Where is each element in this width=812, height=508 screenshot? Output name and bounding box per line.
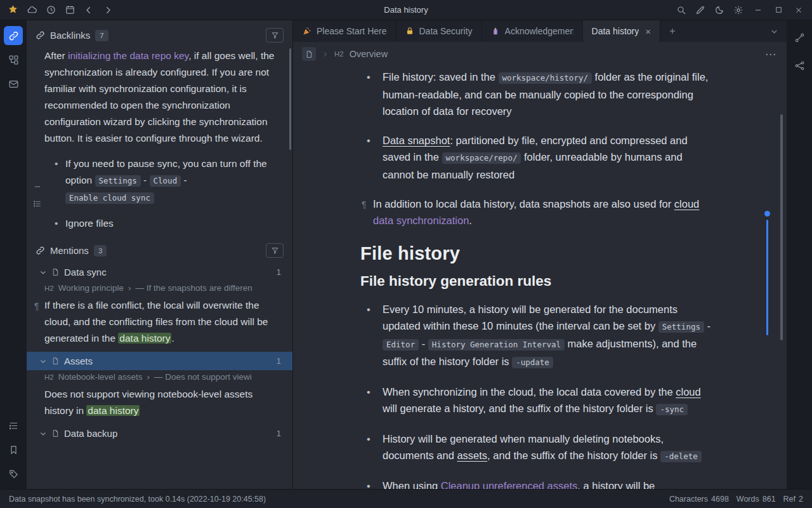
doc-list-item[interactable]: Data snapshot: partitioned by file, encr… <box>354 132 713 183</box>
file-tree-dock-icon[interactable] <box>4 50 23 69</box>
tab-list-chevron-icon[interactable] <box>761 20 787 42</box>
kbd-enable-cloud-sync: Enable cloud sync <box>65 192 154 204</box>
lock-icon <box>405 27 414 36</box>
bookmark-dock-icon[interactable] <box>4 440 23 459</box>
mentions-count-badge: 3 <box>94 245 107 257</box>
backlinks-count-badge: 7 <box>95 30 108 41</box>
block-ref-link[interactable]: data synchronization <box>373 215 469 226</box>
more-options-icon[interactable]: ⋯ <box>765 48 776 61</box>
mention-group-data-backup[interactable]: Data backup 1 <box>27 424 292 443</box>
new-tab-button[interactable] <box>660 20 684 42</box>
tab-please-start-here[interactable]: Please Start Here <box>293 20 396 42</box>
doc-list-item[interactable]: When using Cleanup unreferenced assets, … <box>354 478 713 489</box>
mention-group-assets[interactable]: Assets 1 <box>27 352 292 370</box>
backlink-paragraph[interactable]: After initializing the data repo key, if… <box>27 46 292 147</box>
mention-paragraph[interactable]: ¶ If there is a file conflict, the local… <box>27 295 292 351</box>
kbd-cloud: Cloud <box>150 175 181 187</box>
chevron-down-icon[interactable] <box>39 358 47 365</box>
sync-cloud-icon[interactable] <box>23 2 41 18</box>
app-logo-icon[interactable] <box>4 2 22 18</box>
mention-breadcrumb[interactable]: H2 Notebook-level assets › — Does not su… <box>27 370 292 384</box>
backlinks-panel: Backlinks 7 After initializing the data … <box>27 20 293 489</box>
search-icon[interactable] <box>672 2 690 18</box>
mention-group-count: 1 <box>277 356 281 366</box>
backlinks-dock-icon[interactable] <box>4 26 23 45</box>
mention-paragraph[interactable]: Does not support viewing notebook-level … <box>27 384 292 423</box>
inline-code: -sync <box>656 404 688 415</box>
inline-code: workspace/repo/ <box>442 152 521 164</box>
mention-group-name: Data sync <box>64 267 107 277</box>
mention-breadcrumb[interactable]: H2 Working principle › — If the snapshot… <box>27 281 292 295</box>
document-content[interactable]: File history: saved in the workspace/his… <box>293 66 787 489</box>
tab-bar: Please Start Here Data Security Acknowle… <box>293 20 787 42</box>
inline-code: workspace/history/ <box>499 72 592 84</box>
ref-underline[interactable]: cloud <box>676 386 700 398</box>
ref-underline[interactable]: Data snapshot <box>383 135 450 146</box>
history-clock-icon[interactable] <box>42 2 60 18</box>
graph-dock-icon[interactable] <box>790 28 809 47</box>
chevron-down-icon[interactable] <box>39 430 47 438</box>
doc-list-item[interactable]: When synchronizing in the cloud, the loc… <box>354 384 713 418</box>
backlink-list-item[interactable]: If you need to pause sync, you can turn … <box>27 156 292 206</box>
hands-icon <box>491 27 500 36</box>
chevron-down-icon[interactable] <box>39 269 47 276</box>
paragraph-icon: ¶ <box>362 196 367 213</box>
mentions-filter-button[interactable] <box>266 243 284 258</box>
doc-list-item[interactable]: Every 10 minutes, a history will be gene… <box>354 301 713 371</box>
tab-close-icon[interactable]: × <box>645 26 651 37</box>
tag-dock-icon[interactable] <box>4 464 23 483</box>
doc-paragraph[interactable]: ¶ In addition to local data history, dat… <box>354 196 713 229</box>
tab-data-security[interactable]: Data Security <box>396 20 482 42</box>
daily-note-calendar-icon[interactable] <box>61 2 79 18</box>
breadcrumb-heading[interactable]: Overview <box>350 49 388 59</box>
mentions-title: Mentions <box>50 245 89 256</box>
doc-list-item[interactable]: File history: saved in the workspace/his… <box>354 69 713 119</box>
kbd-history-generation-interval: History Generation Interval <box>428 339 565 351</box>
app-window: Data history <box>0 0 812 508</box>
document-icon[interactable] <box>302 47 316 61</box>
close-button[interactable] <box>789 2 808 18</box>
global-graph-dock-icon[interactable] <box>790 56 809 75</box>
editor-scrollbar[interactable] <box>780 114 783 340</box>
backlinks-header: Backlinks 7 <box>27 20 292 46</box>
kbd-settings: Settings <box>658 321 704 333</box>
backlinks-title: Backlinks <box>50 30 90 41</box>
kbd-editor: Editor <box>383 339 419 351</box>
mention-link-icon <box>36 246 45 255</box>
settings-gear-icon[interactable] <box>730 2 747 18</box>
mention-group-name: Data backup <box>64 428 117 439</box>
outline-dock-icon[interactable] <box>4 416 23 435</box>
theme-moon-icon[interactable] <box>710 2 728 18</box>
edit-pencil-icon[interactable] <box>691 2 709 18</box>
inbox-mail-dock-icon[interactable] <box>4 74 23 93</box>
inline-code: -update <box>512 357 553 368</box>
ref-underline[interactable]: cloud <box>674 198 699 210</box>
tab-acknowledgements[interactable]: Acknowledgemen <box>482 20 583 42</box>
block-ref-link[interactable]: initializing the data repo key <box>68 50 188 61</box>
breadcrumb-separator <box>322 51 329 58</box>
maximize-button[interactable] <box>769 2 788 18</box>
backlink-list-item[interactable]: Ignore files <box>27 215 292 232</box>
doc-heading-1[interactable]: File history <box>354 245 713 262</box>
nav-forward-icon[interactable] <box>99 2 117 18</box>
scroll-focus-dot <box>764 211 770 217</box>
highlight-match: data history <box>86 405 140 416</box>
panel-scrollbar[interactable] <box>289 48 291 150</box>
backlinks-filter-button[interactable] <box>266 28 284 43</box>
ref-underline[interactable]: assets <box>457 450 487 461</box>
tab-data-history[interactable]: Data history × <box>583 20 660 42</box>
status-bar: Data snapshot has been synchronized, too… <box>0 489 812 508</box>
doc-list-item[interactable]: History will be generated when manually … <box>354 431 713 465</box>
doc-heading-2[interactable]: File history generation rules <box>354 273 713 290</box>
kbd-settings: Settings <box>95 175 141 187</box>
mention-group-count: 1 <box>277 429 281 438</box>
nav-back-icon[interactable] <box>80 2 98 18</box>
titlebar: Data history <box>0 0 812 20</box>
document-icon <box>51 268 60 276</box>
mention-group-data-sync[interactable]: Data sync 1 <box>27 263 292 281</box>
doc-breadcrumb: H2 Overview ⋯ <box>293 42 787 66</box>
minimize-button[interactable] <box>749 2 768 18</box>
paragraph-icon: ¶ <box>34 298 39 314</box>
block-ref-link[interactable]: Cleanup unreferenced assets <box>441 480 578 489</box>
left-dock <box>0 20 27 489</box>
